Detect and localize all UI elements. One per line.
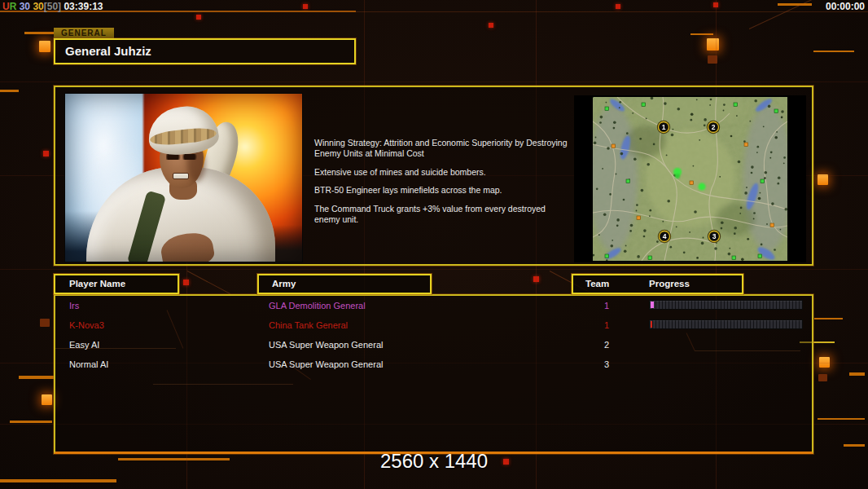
deco-line: [0, 90, 19, 92]
player-team: 1: [572, 301, 609, 311]
progress-bar: [649, 319, 803, 329]
strategy-line: Extensive use of mines and suicide bombe…: [314, 167, 573, 178]
deco-line: [814, 318, 843, 319]
player-army: USA Super Weapon General: [269, 359, 383, 369]
player-name: K-Nova3: [69, 320, 104, 330]
deco-square: [40, 319, 50, 327]
elapsed-time: 03:39:13: [64, 1, 103, 12]
fps-cap: [50]: [44, 1, 61, 12]
player-name: Normal AI: [69, 359, 108, 369]
minimap-image[interactable]: 1234: [593, 97, 787, 261]
strategy-line: The Command Truck grants +3% value from …: [314, 204, 573, 226]
map-start-position-4[interactable]: 4: [658, 230, 671, 243]
player-row[interactable]: K-Nova3China Tank General1: [55, 315, 812, 335]
deco-line: [818, 418, 865, 420]
map-start-position-2[interactable]: 2: [707, 121, 720, 134]
player-name: Irs: [69, 301, 79, 311]
deco-square: [616, 4, 620, 9]
deco-square: [707, 38, 719, 51]
strategy-line: Winning Strategy: Attrition and Economic…: [314, 138, 573, 160]
deco-line: [19, 376, 55, 379]
progress-bar-fill: [651, 321, 652, 328]
svg-text:4: 4: [663, 232, 667, 240]
deco-square: [43, 151, 49, 156]
general-name: General Juhziz: [55, 40, 354, 62]
player-team: 2: [572, 340, 609, 350]
deco-square: [489, 23, 493, 28]
match-timer: 00:00:00: [826, 1, 865, 12]
deco-square: [196, 15, 201, 20]
portrait-art-layer: [65, 94, 302, 262]
deco-square: [39, 41, 50, 52]
player-team: 1: [572, 320, 609, 330]
fps-value-a: 30: [20, 1, 30, 12]
fps-value-b: 30: [33, 1, 43, 12]
player-row[interactable]: Normal AIUSA Super Weapon General3: [55, 355, 812, 374]
deco-line: [849, 372, 865, 376]
deco-square: [818, 374, 827, 381]
player-row[interactable]: IrsGLA Demolition General1: [55, 296, 812, 315]
deco-line: [844, 444, 865, 447]
header-army: Army: [257, 274, 432, 294]
header-progress: Progress: [649, 275, 690, 293]
general-portrait: [65, 94, 302, 262]
deco-line: [0, 479, 116, 482]
map-start-position-3[interactable]: 3: [708, 230, 721, 243]
deco-line: [0, 269, 868, 270]
deco-line: [187, 271, 230, 294]
general-name-box: General Juhziz: [54, 38, 356, 64]
header-team: Team: [585, 275, 609, 293]
map-start-position-1[interactable]: 1: [657, 121, 670, 134]
deco-line: [690, 33, 713, 35]
debug-fps-counter: UR 30 30[50] 03:39:13: [2, 1, 103, 12]
player-name: Easy AI: [69, 340, 99, 350]
header-team-progress: Team Progress: [572, 274, 743, 294]
player-army: China Tank General: [269, 320, 348, 330]
deco-line: [118, 458, 230, 460]
tab-general[interactable]: GENERAL: [54, 28, 114, 38]
svg-text:2: 2: [712, 123, 716, 131]
deco-square: [42, 394, 52, 405]
general-description: Winning Strategy: Attrition and Economic…: [314, 138, 573, 233]
player-army: GLA Demolition General: [269, 301, 366, 311]
strategy-line: BTR-50 Engineer lays minefields across t…: [314, 185, 573, 196]
player-rows: IrsGLA Demolition General1K-Nova3China T…: [55, 296, 812, 374]
progress-bar-fill: [651, 302, 654, 308]
svg-text:1: 1: [662, 123, 666, 131]
deco-line: [10, 421, 52, 423]
game-loading-screen: UR 30 30[50] 03:39:13 00:00:00 GENERAL G…: [0, 0, 868, 489]
minimap[interactable]: 1234: [574, 95, 806, 262]
deco-line: [778, 3, 812, 6]
deco-square: [503, 459, 509, 465]
svg-text:3: 3: [712, 232, 717, 240]
header-player-name: Player Name: [54, 274, 179, 294]
deco-line: [0, 82, 868, 82]
player-army: USA Super Weapon General: [269, 340, 383, 350]
resolution-label: 2560 x 1440: [380, 450, 488, 473]
player-row[interactable]: Easy AIUSA Super Weapon General2: [55, 335, 812, 355]
general-info-panel: Winning Strategy: Attrition and Economic…: [54, 86, 813, 266]
player-team: 3: [572, 359, 609, 369]
top-divider-line-faint: [356, 11, 868, 12]
progress-bar: [649, 300, 803, 310]
fps-u: U: [2, 1, 10, 12]
deco-line: [813, 51, 854, 52]
deco-square: [303, 4, 308, 9]
player-list-panel: IrsGLA Demolition General1K-Nova3China T…: [54, 294, 813, 454]
